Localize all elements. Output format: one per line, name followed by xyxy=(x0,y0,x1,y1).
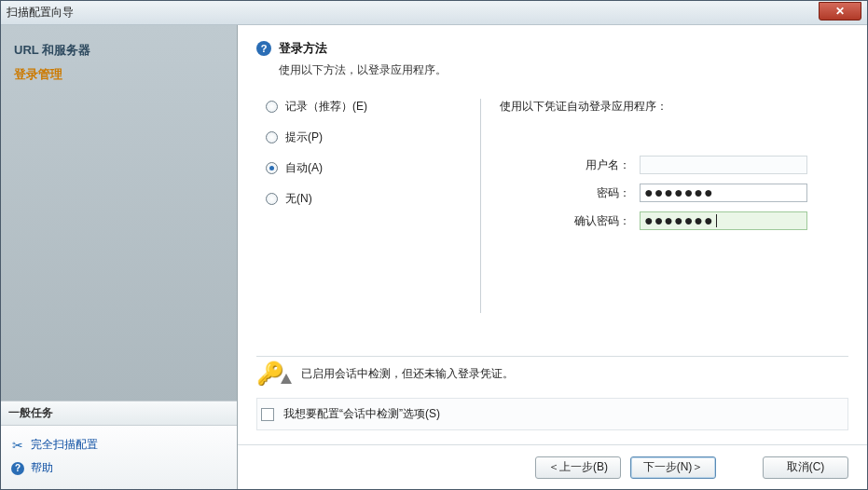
warning-icon xyxy=(281,374,292,384)
radio-icon xyxy=(266,101,278,113)
text-cursor xyxy=(716,214,717,227)
password-input[interactable]: ●●●●●●● xyxy=(640,184,807,202)
back-button[interactable]: ＜上一步(B) xyxy=(535,456,621,479)
sidebar: URL 和服务器 登录管理 一般任务 ✂ 完全扫描配置 ? 帮助 xyxy=(1,25,238,489)
body-layout: URL 和服务器 登录管理 一般任务 ✂ 完全扫描配置 ? 帮助 ? 登录方法 xyxy=(1,25,867,489)
tools-icon: ✂ xyxy=(10,438,25,453)
password-label: 密码： xyxy=(500,185,640,201)
password-row: 密码： ●●●●●●● xyxy=(500,184,848,202)
wizard-window: 扫描配置向导 ✕ URL 和服务器 登录管理 一般任务 ✂ 完全扫描配置 ? 帮… xyxy=(0,0,868,490)
radio-icon xyxy=(266,162,278,174)
radio-icon xyxy=(266,131,278,143)
confirm-password-row: 确认密码： ●●●●●●● xyxy=(500,211,848,230)
username-row: 用户名： xyxy=(500,156,848,174)
question-icon: ? xyxy=(256,41,271,56)
main-panel: ? 登录方法 使用以下方法，以登录应用程序。 记录（推荐）(E) 提示(P) xyxy=(238,25,867,489)
page-heading-row: ? 登录方法 xyxy=(256,40,848,57)
sidebar-steps: URL 和服务器 登录管理 xyxy=(1,25,237,401)
task-help[interactable]: ? 帮助 xyxy=(8,456,229,480)
radio-prompt-label: 提示(P) xyxy=(285,129,323,145)
radio-record[interactable]: 记录（推荐）(E) xyxy=(266,99,462,115)
credentials-heading: 使用以下凭证自动登录应用程序： xyxy=(500,99,848,115)
session-detect-option-row: 我想要配置“会话中检测”选项(S) xyxy=(256,398,848,430)
sidebar-tasks-header: 一般任务 xyxy=(1,401,237,426)
task-help-label: 帮助 xyxy=(31,460,53,476)
login-method-options: 记录（推荐）(E) 提示(P) 自动(A) 无(N) xyxy=(256,99,462,313)
close-button[interactable]: ✕ xyxy=(819,2,861,20)
radio-none-label: 无(N) xyxy=(285,191,312,207)
sidebar-step-login-management[interactable]: 登录管理 xyxy=(10,62,227,87)
title-bar: 扫描配置向导 ✕ xyxy=(1,1,867,25)
help-icon: ? xyxy=(10,461,25,476)
warning-text: 已启用会话中检测，但还未输入登录凭证。 xyxy=(301,366,514,382)
credentials-panel: 使用以下凭证自动登录应用程序： 用户名： 密码： ●●●●●●● xyxy=(500,99,848,313)
close-icon: ✕ xyxy=(835,5,845,18)
radio-auto[interactable]: 自动(A) xyxy=(266,160,462,176)
confirm-password-input[interactable]: ●●●●●●● xyxy=(640,211,807,230)
session-detect-checkbox[interactable] xyxy=(261,408,274,421)
session-detect-label: 我想要配置“会话中检测”选项(S) xyxy=(283,406,440,422)
task-full-scan-config-label: 完全扫描配置 xyxy=(31,437,98,453)
content-area: ? 登录方法 使用以下方法，以登录应用程序。 记录（推荐）(E) 提示(P) xyxy=(238,25,867,444)
wizard-footer: ＜上一步(B) 下一步(N)＞ 取消(C) xyxy=(238,444,867,489)
warning-row: 🔑 已启用会话中检测，但还未输入登录凭证。 xyxy=(256,356,848,398)
password-mask: ●●●●●●● xyxy=(644,186,714,199)
radio-icon xyxy=(266,193,278,205)
page-heading: 登录方法 xyxy=(279,40,327,57)
cancel-button[interactable]: 取消(C) xyxy=(763,456,848,479)
username-label: 用户名： xyxy=(500,157,640,173)
next-button[interactable]: 下一步(N)＞ xyxy=(630,456,716,479)
radio-auto-label: 自动(A) xyxy=(285,160,323,176)
sidebar-step-url-servers[interactable]: URL 和服务器 xyxy=(10,38,227,62)
username-input[interactable] xyxy=(640,156,807,174)
radio-none[interactable]: 无(N) xyxy=(266,191,462,207)
sidebar-tasks: ✂ 完全扫描配置 ? 帮助 xyxy=(1,426,237,489)
vertical-divider xyxy=(480,99,481,313)
radio-record-label: 记录（推荐）(E) xyxy=(285,99,367,115)
task-full-scan-config[interactable]: ✂ 完全扫描配置 xyxy=(8,433,229,456)
radio-prompt[interactable]: 提示(P) xyxy=(266,129,462,145)
confirm-password-label: 确认密码： xyxy=(500,213,640,229)
two-column-layout: 记录（推荐）(E) 提示(P) 自动(A) 无(N) xyxy=(256,99,848,313)
page-subtitle: 使用以下方法，以登录应用程序。 xyxy=(279,62,848,78)
confirm-password-mask: ●●●●●●● xyxy=(644,214,714,227)
window-title: 扫描配置向导 xyxy=(7,5,819,20)
